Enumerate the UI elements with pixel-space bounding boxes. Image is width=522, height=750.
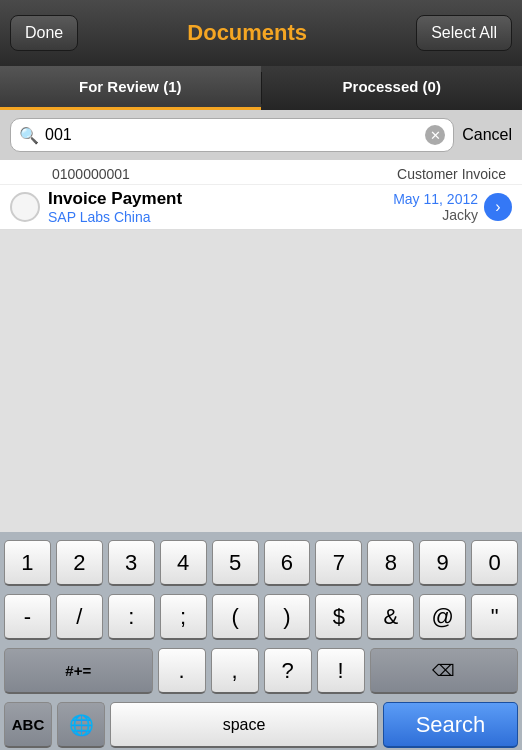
key-2[interactable]: 2 [56, 540, 103, 586]
cancel-button[interactable]: Cancel [462, 126, 512, 144]
keyboard-special-row: #+= . , ? ! ⌫ [0, 642, 522, 696]
select-all-button[interactable]: Select All [416, 15, 512, 51]
result-subtitle: SAP Labs China [48, 209, 393, 225]
key-period[interactable]: . [158, 648, 206, 694]
result-detail-button[interactable]: › [484, 193, 512, 221]
result-user: Jacky [393, 207, 478, 223]
search-input[interactable] [45, 126, 419, 144]
tab-processed[interactable]: Processed (0) [262, 66, 523, 110]
key-colon[interactable]: : [108, 594, 155, 640]
key-delete[interactable]: ⌫ [370, 648, 519, 694]
key-closeparen[interactable]: ) [264, 594, 311, 640]
key-7[interactable]: 7 [315, 540, 362, 586]
done-button[interactable]: Done [10, 15, 78, 51]
key-question[interactable]: ? [264, 648, 312, 694]
result-info: Invoice Payment SAP Labs China [48, 189, 393, 225]
key-space[interactable]: space [110, 702, 378, 748]
key-1[interactable]: 1 [4, 540, 51, 586]
keyboard-bottom-row: ABC 🌐 space Search [0, 696, 522, 750]
tab-for-review[interactable]: For Review (1) [0, 66, 261, 110]
key-semicolon[interactable]: ; [160, 594, 207, 640]
content-spacer [0, 230, 522, 532]
key-3[interactable]: 3 [108, 540, 155, 586]
key-8[interactable]: 8 [367, 540, 414, 586]
key-dash[interactable]: - [4, 594, 51, 640]
keyboard: 1 2 3 4 5 6 7 8 9 0 - / : ; ( ) $ & @ " … [0, 532, 522, 750]
doc-number: 0100000001 [52, 166, 130, 182]
key-dollar[interactable]: $ [315, 594, 362, 640]
result-meta: May 11, 2012 Jacky [393, 191, 478, 223]
search-icon: 🔍 [19, 126, 39, 145]
key-at[interactable]: @ [419, 594, 466, 640]
results-list: 0100000001 Customer Invoice Invoice Paym… [0, 160, 522, 230]
tab-bar: For Review (1) Processed (0) [0, 66, 522, 110]
keyboard-number-row: 1 2 3 4 5 6 7 8 9 0 [0, 532, 522, 588]
app-header: Done Documents Select All [0, 0, 522, 66]
key-openparen[interactable]: ( [212, 594, 259, 640]
key-6[interactable]: 6 [264, 540, 311, 586]
clear-search-button[interactable]: ✕ [425, 125, 445, 145]
key-0[interactable]: 0 [471, 540, 518, 586]
doc-type: Customer Invoice [397, 166, 506, 182]
key-hashpluseq[interactable]: #+= [4, 648, 153, 694]
key-comma[interactable]: , [211, 648, 259, 694]
result-title: Invoice Payment [48, 189, 393, 209]
key-5[interactable]: 5 [212, 540, 259, 586]
search-bar: 🔍 ✕ Cancel [0, 110, 522, 160]
result-item[interactable]: Invoice Payment SAP Labs China May 11, 2… [0, 184, 522, 229]
key-quote[interactable]: " [471, 594, 518, 640]
key-9[interactable]: 9 [419, 540, 466, 586]
result-checkbox[interactable] [10, 192, 40, 222]
key-slash[interactable]: / [56, 594, 103, 640]
page-title: Documents [187, 20, 307, 46]
key-globe[interactable]: 🌐 [57, 702, 105, 748]
key-exclaim[interactable]: ! [317, 648, 365, 694]
search-input-wrap[interactable]: 🔍 ✕ [10, 118, 454, 152]
doc-number-row: 0100000001 Customer Invoice [0, 160, 522, 184]
key-search[interactable]: Search [383, 702, 518, 748]
result-date: May 11, 2012 [393, 191, 478, 207]
key-ampersand[interactable]: & [367, 594, 414, 640]
key-abc[interactable]: ABC [4, 702, 52, 748]
keyboard-symbol-row: - / : ; ( ) $ & @ " [0, 588, 522, 642]
key-4[interactable]: 4 [160, 540, 207, 586]
